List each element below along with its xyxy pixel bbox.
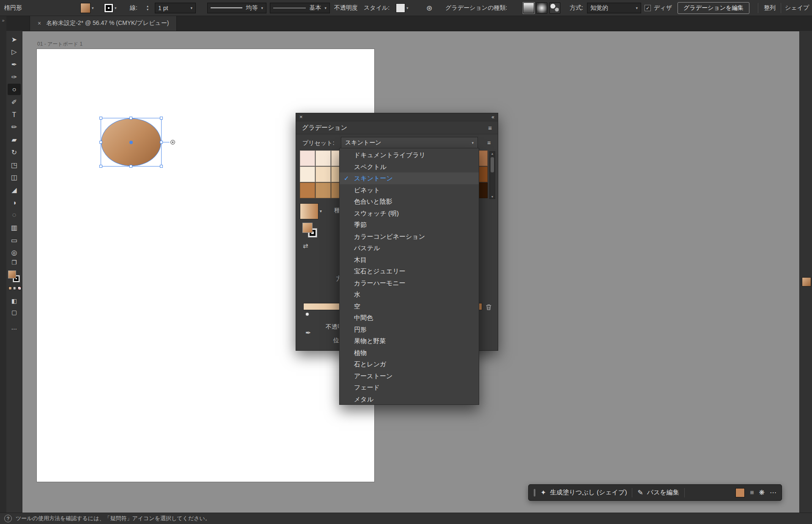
align-label[interactable]: 整列 [764,4,776,12]
preset-menu-item[interactable]: 色合いと陰影 [340,196,479,207]
dither-checkbox[interactable]: ✓ [645,5,651,11]
chevron-down-icon[interactable]: ▾ [320,209,322,213]
edit-gradient-button[interactable]: グラデーションを編集 [678,2,749,14]
ellipse-tool[interactable]: ○ [8,84,21,95]
preset-menu-item[interactable]: ✓スキントーン [340,172,479,184]
pen-tool[interactable]: ✒ [8,59,21,70]
selection-tool[interactable]: ➤ [8,34,21,45]
close-icon[interactable]: × [38,20,41,27]
opacity-label[interactable]: 不透明度 [334,4,358,12]
preset-menu-item[interactable]: 植物 [340,347,479,359]
direct-selection-tool[interactable]: ▷ [8,46,21,57]
gradient-preset-swatch[interactable] [300,183,315,198]
fill-color-control[interactable]: ▾ [80,3,94,13]
radial-gradient-button[interactable] [536,3,547,14]
preset-menu-item[interactable]: 石とレンガ [340,358,479,370]
preset-menu-item[interactable]: 水 [340,289,479,300]
curvature-tool[interactable]: ✑ [8,71,21,83]
stroke-weight-field[interactable]: 1 pt ▾ [155,3,196,13]
gradient-preset-swatch[interactable] [315,150,331,166]
none-chip[interactable] [18,287,21,290]
graphic-style-control[interactable]: ▾ [396,3,409,13]
dither-label[interactable]: ディザ [654,4,672,12]
zoom-tool[interactable]: ◎ [8,247,21,258]
selection-handle[interactable] [99,141,102,144]
gradient-chip[interactable] [13,287,16,290]
fill-proxy[interactable] [302,223,313,233]
shape-label[interactable]: シェイプ [785,4,809,12]
gradient-panel-dock-icon[interactable] [802,277,811,287]
color-chip[interactable] [8,287,12,290]
selection-handle[interactable] [129,117,132,120]
preset-dropdown[interactable]: スキントーン ▾ [341,137,478,148]
fill-swatch[interactable] [8,270,16,278]
selection-handle[interactable] [160,117,163,120]
preset-menu-item[interactable]: ドキュメントライブラリ [340,149,479,161]
preset-menu-item[interactable]: 円形 [340,324,479,336]
blend-tool[interactable]: ◑ [8,197,21,208]
delete-stop-icon[interactable] [485,303,492,311]
preset-menu-item[interactable]: フェード [340,382,479,393]
preset-menu-item[interactable]: スウォッチ (明) [340,207,479,219]
preset-menu-item[interactable]: 木目 [340,254,479,266]
preset-menu-item[interactable]: 果物と野菜 [340,335,479,347]
gradient-preset-swatch[interactable] [315,183,331,198]
width-profile-dropdown[interactable]: 均等 ▾ [207,3,266,13]
artboard-tool[interactable]: ▭ [8,235,21,246]
preset-menu-item[interactable]: パステル [340,242,479,254]
eraser-tool[interactable]: ▰ [8,134,21,145]
swap-fill-stroke-icon[interactable]: ❐ [8,258,21,267]
preset-menu-item[interactable]: カラーハーモニー [340,277,479,289]
more-options-icon[interactable]: ⋯ [770,489,776,497]
screen-mode-icon[interactable]: ▢ [8,308,21,317]
preset-menu-item[interactable]: メタル [340,393,479,405]
fill-color-swatch[interactable] [735,488,745,497]
preset-menu-item[interactable]: ビネット [340,184,479,196]
fill-stroke-swatches[interactable] [8,270,21,283]
graph-tool[interactable]: ▥ [8,222,21,233]
freeform-gradient-button[interactable] [549,3,560,14]
fill-swatch[interactable] [80,3,91,13]
generative-fill-button[interactable]: ✦ 生成塗りつぶし (シェイプ) [540,489,627,497]
edit-toolbar-icon[interactable]: ⋯ [8,324,21,333]
paintbrush-tool[interactable]: ✐ [8,96,21,108]
close-icon[interactable]: × [299,114,303,120]
symbol-sprayer-tool[interactable]: ◌ [8,209,21,221]
method-dropdown[interactable]: 知覚的 ▾ [587,3,641,13]
reverse-gradient-icon[interactable]: ⇄ [303,242,308,250]
scrollbar-thumb[interactable] [491,157,494,172]
preset-menu-item[interactable]: 季節 [340,219,479,231]
gradient-annotator-endpoint[interactable] [170,140,175,145]
gradient-fill-thumbnail[interactable] [300,203,318,219]
shape-builder-tool[interactable]: ◫ [8,172,21,183]
drawing-modes-icon[interactable]: ◧ [8,296,21,306]
rotate-tool[interactable]: ↻ [8,147,21,158]
gradient-stop[interactable] [305,312,310,317]
stepper-down-icon[interactable]: ▾ [147,8,148,11]
preset-menu-item[interactable]: アーストーン [340,370,479,382]
collapse-icon[interactable]: « [491,114,494,120]
preset-list-view-button[interactable]: ≡ [484,139,494,147]
document-tab[interactable]: × 名称未設定-2* @ 56.47 % (CMYK/プレビュー) [30,16,177,31]
tab-gradient[interactable]: グラデーション [302,124,347,132]
gradient-preset-swatch[interactable] [315,166,331,182]
type-tool[interactable]: T [8,109,21,120]
eyedropper-icon[interactable]: ✒ [305,329,311,337]
gradient-preset-swatch[interactable] [300,150,315,166]
drag-handle[interactable] [534,489,535,497]
scale-tool[interactable]: ◳ [8,159,21,171]
selection-handle[interactable] [129,165,132,168]
preset-menu-item[interactable]: 中間色 [340,312,479,324]
preset-menu-item[interactable]: スペクトル [340,161,479,173]
style-swatch[interactable] [396,3,405,13]
brush-definition-dropdown[interactable]: 基本 ▾ [270,3,330,13]
center-anchor[interactable] [129,141,133,144]
recolor-artwork-icon[interactable]: ⊛ [426,3,432,12]
preset-menu-item[interactable]: 空 [340,300,479,312]
selection-handle[interactable] [160,165,163,168]
gradient-preset-swatch[interactable] [300,166,315,182]
stroke-swatch[interactable] [104,3,113,13]
pencil-tool[interactable]: ✏ [8,121,21,133]
preset-menu-item[interactable]: カラーコンビネーション [340,231,479,243]
stroke-color-control[interactable]: ▾ [104,3,117,13]
